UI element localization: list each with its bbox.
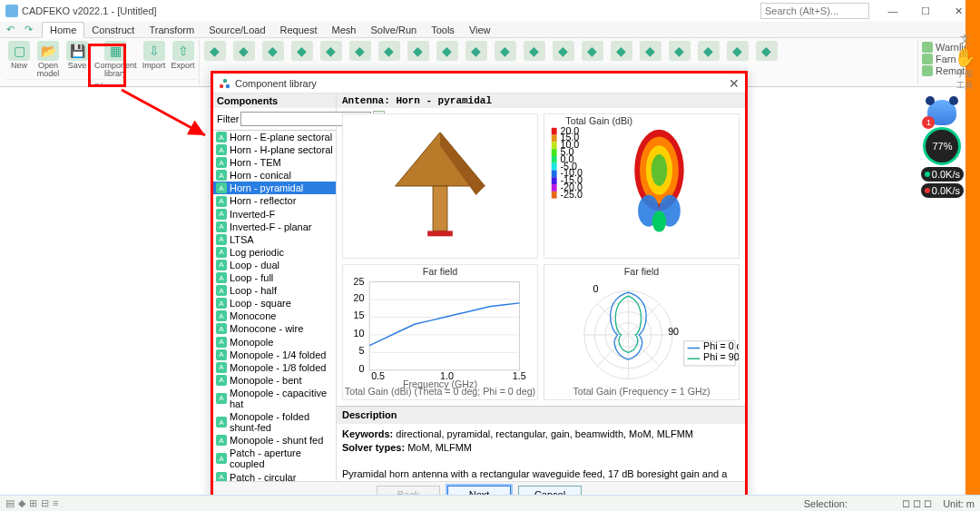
ribbon-component[interactable]: ▦Component library: [93, 40, 139, 79]
list-item[interactable]: AMonopole: [213, 336, 336, 349]
list-item[interactable]: AMonopole - 1/4 folded: [213, 349, 336, 361]
ribbon-icon: ⇩: [143, 41, 165, 61]
list-item[interactable]: AMonocone: [213, 310, 336, 322]
list-item[interactable]: AHorn - E-plane sectoral: [213, 131, 336, 143]
svg-rect-6: [433, 186, 447, 231]
menutab-view[interactable]: View: [462, 23, 498, 37]
dialog-titlebar: Component library ✕: [213, 74, 745, 93]
antenna-icon: A: [216, 272, 227, 283]
hand-tool-icon[interactable]: ✋: [951, 46, 978, 68]
side-char: 文: [951, 33, 978, 46]
svg-rect-21: [552, 170, 557, 177]
list-item[interactable]: AHorn - reflector: [213, 194, 336, 207]
list-item[interactable]: ALTSA: [213, 233, 336, 246]
list-item[interactable]: AMonopole - 1/8 folded: [213, 361, 336, 374]
ribbon-misc-16[interactable]: ◆: [666, 40, 693, 62]
ribbon-misc-9[interactable]: ◆: [463, 40, 490, 62]
list-item[interactable]: AHorn - TEM: [213, 156, 336, 169]
minimize-button[interactable]: —: [877, 5, 909, 17]
menutab-home[interactable]: Home: [42, 22, 84, 38]
ribbon-misc-13[interactable]: ◆: [579, 40, 606, 62]
antenna-icon: A: [216, 375, 227, 386]
ribbon-misc-4[interactable]: ◆: [318, 40, 345, 62]
redo-button[interactable]: ↷: [20, 24, 36, 35]
ribbon-misc-18[interactable]: ◆: [724, 40, 751, 62]
list-item[interactable]: ALog periodic: [213, 246, 336, 259]
antenna-icon: A: [216, 453, 227, 464]
list-item[interactable]: AMonopole - folded shunt-fed: [213, 410, 336, 434]
ribbon-save[interactable]: 💾Save: [64, 40, 91, 79]
svg-rect-25: [552, 184, 557, 192]
menutab-transform[interactable]: Transform: [142, 23, 201, 37]
ribbon-misc-5[interactable]: ◆: [347, 40, 374, 62]
menutab-sourceload[interactable]: Source/Load: [201, 23, 272, 37]
list-item[interactable]: AHorn - conical: [213, 169, 336, 182]
ribbon-misc-3[interactable]: ◆: [289, 40, 316, 62]
list-item[interactable]: AInverted-F: [213, 208, 336, 221]
list-item[interactable]: AHorn - H-plane sectoral: [213, 143, 336, 156]
list-item[interactable]: ALoop - full: [213, 271, 336, 284]
ribbon-import[interactable]: ⇩Import: [141, 40, 168, 79]
svg-text:20: 20: [353, 292, 364, 303]
menutab-construct[interactable]: Construct: [84, 23, 142, 37]
svg-text:25: 25: [353, 276, 364, 287]
svg-point-32: [652, 154, 668, 186]
ribbon-misc-12[interactable]: ◆: [550, 40, 577, 62]
cpu-gauge[interactable]: 77%: [923, 127, 961, 165]
ribbon-misc-0[interactable]: ◆: [201, 40, 229, 62]
component-list[interactable]: AHorn - E-plane sectoralAHorn - H-plane …: [213, 130, 336, 481]
antenna-icon: A: [216, 393, 227, 404]
list-item[interactable]: AMonopole - capacitive hat: [213, 387, 336, 410]
ribbon-misc-17[interactable]: ◆: [695, 40, 722, 62]
list-item[interactable]: AMonopole - bent: [213, 374, 336, 387]
ribbon-misc-2[interactable]: ◆: [260, 40, 287, 62]
list-item[interactable]: AMonopole - shunt fed: [213, 434, 336, 447]
ribbon-misc-11[interactable]: ◆: [521, 40, 548, 62]
ribbon-misc-6[interactable]: ◆: [376, 40, 403, 62]
svg-text:-25.0: -25.0: [561, 189, 583, 200]
list-item[interactable]: ALoop - square: [213, 297, 336, 310]
ribbon-new[interactable]: ▢New: [5, 40, 33, 79]
ribbon-misc-14[interactable]: ◆: [608, 40, 635, 62]
search-input[interactable]: [760, 3, 869, 19]
svg-text:1.5: 1.5: [513, 370, 526, 381]
components-panel: Components Filter ▼ AHorn - E-plane sect…: [213, 93, 337, 481]
list-item[interactable]: ALoop - dual: [213, 259, 336, 271]
preview-3d-gain: Total Gain (dBi) 20.015.010.05.00.0-5.0-…: [544, 113, 740, 259]
svg-point-2: [226, 84, 230, 87]
ribbon-misc-1[interactable]: ◆: [230, 40, 258, 62]
menutab-solverun[interactable]: Solve/Run: [363, 23, 424, 37]
app-title: CADFEKO v2022.1 - [Untitled]: [22, 5, 157, 16]
svg-text:0: 0: [593, 283, 599, 294]
maximize-button[interactable]: ☐: [909, 5, 942, 17]
net-down: 0.0K/s: [921, 183, 964, 198]
list-item[interactable]: AInverted-F - planar: [213, 221, 336, 233]
dialog-title: Component library: [235, 78, 317, 89]
antenna-icon: A: [216, 260, 227, 270]
list-item[interactable]: AMonocone - wire: [213, 322, 336, 335]
selection-label: Selection:: [804, 498, 848, 509]
mascot-icon[interactable]: 1: [927, 100, 956, 125]
list-item[interactable]: APatch - aperture coupled: [213, 447, 336, 470]
ribbon-misc-7[interactable]: ◆: [405, 40, 432, 62]
list-item[interactable]: APatch - circular: [213, 471, 336, 481]
status-icons: ▤◆⊞⊟≡: [5, 497, 62, 509]
menutab-mesh[interactable]: Mesh: [325, 23, 364, 37]
ribbon-misc-10[interactable]: ◆: [492, 40, 519, 62]
menutab-tools[interactable]: Tools: [424, 23, 462, 37]
ribbon-misc-15[interactable]: ◆: [637, 40, 664, 62]
ribbon-icon: ⇧: [172, 41, 194, 61]
menutab-request[interactable]: Request: [273, 23, 325, 37]
ribbon-misc-8[interactable]: ◆: [434, 40, 461, 62]
components-header: Components: [213, 93, 336, 108]
undo-button[interactable]: ↶: [2, 24, 18, 35]
ribbon-misc-19[interactable]: ◆: [753, 40, 780, 62]
dialog-close-button[interactable]: ✕: [729, 76, 740, 91]
list-item[interactable]: AHorn - pyramidal: [213, 182, 336, 194]
antenna-icon: A: [216, 337, 227, 348]
ribbon-open[interactable]: 📂Open model: [34, 40, 62, 79]
list-item[interactable]: ALoop - half: [213, 284, 336, 297]
antenna-icon: A: [216, 472, 227, 481]
antenna-icon: A: [216, 362, 227, 373]
ribbon-export[interactable]: ⇧Export: [170, 40, 197, 79]
